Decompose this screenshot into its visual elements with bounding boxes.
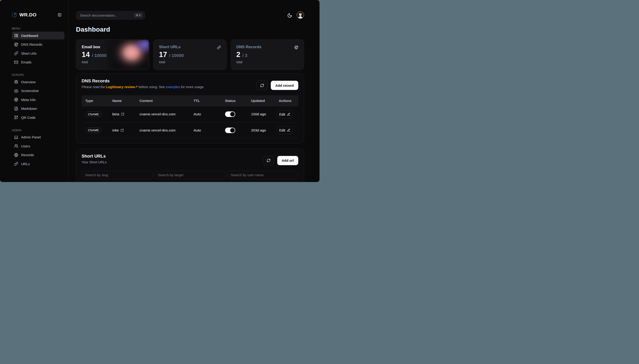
sidebar-item-qr-code[interactable]: QR Code <box>12 114 64 121</box>
record-name-link[interactable]: beta <box>112 112 124 116</box>
sidebar-item-users[interactable]: Users <box>12 142 64 150</box>
sidebar-item-label: Screenshot <box>21 89 39 93</box>
stat-caption: total <box>159 60 165 64</box>
sidebar-item-emails[interactable]: Emails <box>12 58 64 66</box>
record-name-link[interactable]: inke <box>112 128 124 132</box>
search-placeholder: Search documentation... <box>80 14 118 17</box>
nav-section-label: SCRAPE <box>12 73 64 77</box>
dns-panel-actions: Add record <box>256 81 298 90</box>
pen-line-icon <box>287 112 290 116</box>
sidebar-item-label: Markdown <box>21 106 37 110</box>
edit-record-button[interactable]: Edit <box>277 110 293 118</box>
stat-limit: / 10000 <box>169 53 184 58</box>
column-header-type: Type <box>82 99 109 103</box>
search-input[interactable]: Search documentation... ⌘ K <box>76 11 145 20</box>
file-text-icon <box>14 106 18 111</box>
qr-code-icon <box>14 115 18 120</box>
sidebar-item-markdown[interactable]: Markdown <box>12 105 64 112</box>
column-header-updated: Updated <box>247 99 275 103</box>
app-window: WR.DO MENU Dashboard DNS Records <box>0 0 320 182</box>
sidebar-item-screenshot[interactable]: Screenshot <box>12 87 64 95</box>
gauge-logo-icon <box>12 12 17 18</box>
add-record-button[interactable]: Add record <box>271 81 298 90</box>
sidebar-collapse-button[interactable] <box>57 12 62 17</box>
status-toggle[interactable] <box>225 112 235 117</box>
arrow-up-right-icon: ↗ <box>135 85 138 89</box>
examples-link[interactable]: examples <box>166 85 180 89</box>
stat-card-numbers: 17 / 10000 <box>159 50 184 59</box>
sidebar: WR.DO MENU Dashboard DNS Records <box>0 0 69 182</box>
sidebar-item-label: DNS Records <box>21 42 43 46</box>
users-icon <box>14 144 18 148</box>
sidebar-item-dashboard[interactable]: Dashboard <box>12 32 64 40</box>
stat-value: 2 <box>236 50 240 59</box>
sidebar-item-label: Meta Info <box>21 98 36 102</box>
record-type-badge: CNAME <box>85 112 102 117</box>
column-header-ttl: TTL <box>190 99 221 103</box>
user-avatar[interactable] <box>297 11 304 19</box>
camera-icon <box>14 89 18 93</box>
cell-type: CNAME <box>82 112 109 117</box>
link-icon <box>14 51 18 55</box>
stat-card-email-box: Email box 14 / 10000 total <box>76 40 149 70</box>
table-header-row: Type Name Content TTL Status Updated Act… <box>82 95 298 106</box>
cell-actions: Edit <box>275 126 298 134</box>
edit-record-button[interactable]: Edit <box>277 126 293 134</box>
globe-lock-icon <box>14 42 18 46</box>
short-urls-panel: Short URLs Your Short URLs Add url <box>76 148 304 182</box>
dns-records-table: Type Name Content TTL Status Updated Act… <box>82 95 298 138</box>
sidebar-item-admin-panel[interactable]: Admin Panel <box>12 133 64 141</box>
link-icon <box>217 46 221 49</box>
status-toggle[interactable] <box>225 128 235 133</box>
theme-toggle-button[interactable] <box>287 13 293 18</box>
legitimacy-review-link[interactable]: Legitimacy review↗ <box>106 85 138 89</box>
toggle-knob <box>230 128 235 133</box>
sidebar-item-overview[interactable]: Overview <box>12 78 64 86</box>
url-filters <box>82 171 298 179</box>
refresh-button[interactable] <box>256 81 268 90</box>
globe-icon <box>14 98 18 102</box>
refresh-icon <box>267 158 270 162</box>
cell-content: cname.vercel-dns.com <box>136 128 190 132</box>
nav-section-label: MENU <box>12 27 64 30</box>
search-by-slug-input[interactable] <box>82 171 153 179</box>
cell-ttl: Auto <box>190 112 221 116</box>
table-row: CNAME beta cname.vercel-dns.com Auto <box>82 106 298 122</box>
table-row: CNAME inke cname.vercel-dns.com Auto <box>82 122 298 138</box>
layout-dashboard-icon <box>14 34 18 38</box>
sidebar-item-label: Records <box>21 153 34 157</box>
sidebar-item-label: Overview <box>21 80 36 84</box>
search-by-target-input[interactable] <box>154 171 225 179</box>
cell-status <box>221 128 247 133</box>
logo-row: WR.DO <box>12 11 62 19</box>
nav-section-scrape: SCRAPE Overview Screenshot Meta Info <box>12 73 64 122</box>
sidebar-item-short-urls[interactable]: Short Urls <box>12 49 64 57</box>
email-box-gradient-image <box>103 40 149 70</box>
globe-icon <box>14 153 18 157</box>
globe-lock-icon <box>294 46 298 49</box>
cell-updated: 150d ago <box>247 112 275 116</box>
stat-limit: / 10000 <box>92 53 106 58</box>
sidebar-item-label: QR Code <box>21 116 36 120</box>
stat-cards: Email box 14 / 10000 total Short URLs 17… <box>76 40 304 70</box>
sidebar-item-meta-info[interactable]: Meta Info <box>12 96 64 104</box>
external-link-icon <box>121 129 124 132</box>
desc-text: Please read the <box>82 85 106 89</box>
moon-icon <box>287 13 292 18</box>
cell-ttl: Auto <box>190 128 221 132</box>
stat-card-short-urls: Short URLs 17 / 10000 total <box>153 40 227 70</box>
sidebar-item-dns-records[interactable]: DNS Records <box>12 40 64 48</box>
search-by-user-name-input[interactable] <box>227 171 298 179</box>
stat-card-numbers: 2 / 3 <box>236 50 247 59</box>
refresh-button[interactable] <box>263 156 274 165</box>
dns-panel-header: DNS Records Please read the Legitimacy r… <box>82 74 298 89</box>
urls-panel-actions: Add url <box>263 156 298 165</box>
add-url-button[interactable]: Add url <box>277 156 298 165</box>
cell-actions: Edit <box>275 110 298 118</box>
stat-card-title: DNS Records <box>236 44 298 50</box>
stat-limit: / 3 <box>242 53 247 58</box>
sidebar-item-urls[interactable]: URLs <box>12 160 64 168</box>
sidebar-item-records[interactable]: Records <box>12 151 64 159</box>
record-name: inke <box>112 128 119 132</box>
panel-left-close-icon <box>58 13 62 17</box>
